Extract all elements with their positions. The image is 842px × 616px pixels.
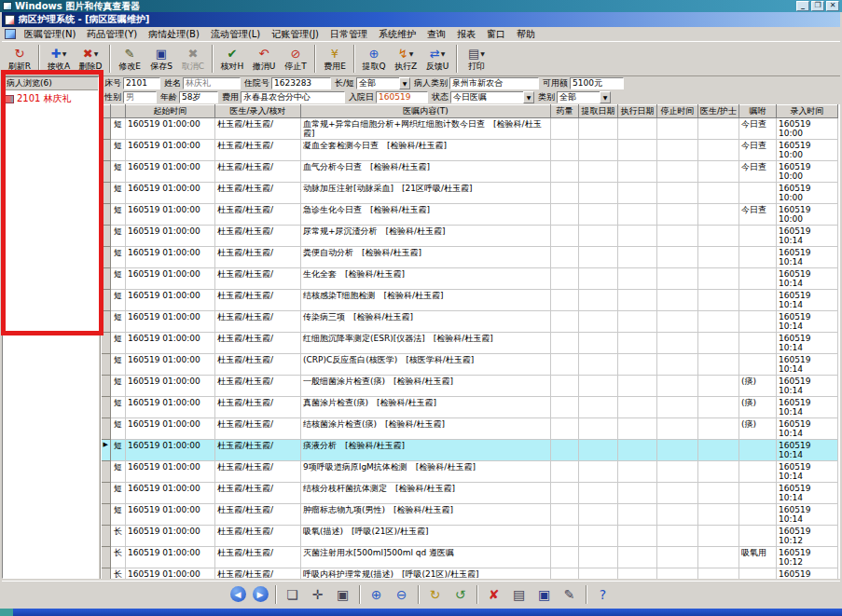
- column-header[interactable]: [102, 105, 111, 118]
- menu-item-2[interactable]: 病情处理(B): [143, 28, 205, 40]
- menu-item-7[interactable]: 查询: [421, 28, 451, 40]
- restore-button[interactable]: ❐: [811, 1, 824, 11]
- rotate-counterclockwise-button[interactable]: ↺: [451, 585, 470, 604]
- menu-item-10[interactable]: 帮助: [511, 28, 541, 40]
- order-row[interactable]: 短160519 01:00:00杜玉霞/杜玉霞/一般细菌涂片检查(痰) [检验科…: [102, 376, 838, 397]
- modify-button[interactable]: ✎修改E: [114, 43, 145, 75]
- menu-item-0[interactable]: 医嘱管理(N): [19, 28, 81, 40]
- chevron-down-icon[interactable]: ▼: [523, 91, 534, 103]
- column-header[interactable]: 录入时间: [777, 105, 838, 118]
- order-row[interactable]: 短160519 01:00:00杜玉霞/杜玉霞/9项呼吸道病原IgM抗体检测 […: [102, 461, 838, 483]
- field-value[interactable]: 1623283: [271, 77, 331, 89]
- field-combo[interactable]: 全部▼: [557, 91, 611, 103]
- delete-button[interactable]: ✖▼删除D: [75, 43, 106, 75]
- actual-size-button[interactable]: ✛: [309, 585, 327, 604]
- slideshow-button[interactable]: ▣: [334, 585, 352, 604]
- order-row[interactable]: 短160519 01:00:00杜玉霞/杜玉霞/(CRP)C反应蛋白(核医学) …: [102, 354, 838, 376]
- order-row[interactable]: 短160519 01:00:00杜玉霞/杜玉霞/生化全套 [检验科/杜玉霞]16…: [102, 268, 838, 290]
- zoom-out-button[interactable]: ⊖: [393, 585, 411, 604]
- order-row[interactable]: 短160519 01:00:00杜玉霞/杜玉霞/真菌涂片检查(痰) [检验科/杜…: [102, 397, 838, 418]
- column-header[interactable]: 嘱咐: [739, 105, 777, 118]
- taskbar[interactable]: [0, 609, 842, 616]
- column-header[interactable]: 医生/护士: [698, 105, 739, 118]
- fee-button[interactable]: ¥费用E: [319, 43, 351, 75]
- dropdown-icon[interactable]: ▼: [409, 50, 414, 57]
- receive-button[interactable]: ✚▼接收A: [43, 43, 75, 75]
- column-header[interactable]: 提取日期: [579, 105, 618, 118]
- dropdown-icon[interactable]: ▼: [480, 50, 485, 57]
- order-row[interactable]: 短160519 01:00:00杜玉霞/杜玉霞/尿常规+尿沉渣分析 [检验科/杜…: [102, 226, 838, 247]
- menu-item-1[interactable]: 药品管理(Y): [81, 28, 143, 40]
- delete-button[interactable]: ✘: [485, 585, 504, 604]
- undo-button[interactable]: ↶撤消U: [248, 43, 280, 75]
- menu-item-4[interactable]: 记账管理(J): [266, 28, 324, 40]
- field-value[interactable]: 林庆礼: [183, 77, 241, 89]
- field-combo[interactable]: 今日医嘱▼: [450, 91, 534, 103]
- field-value[interactable]: 58岁: [179, 91, 218, 103]
- refresh-button[interactable]: ↻刷新R: [4, 43, 35, 75]
- column-header[interactable]: 起始时间: [126, 105, 215, 118]
- field-value[interactable]: 男: [123, 91, 157, 103]
- edit-button[interactable]: ✎: [560, 585, 579, 604]
- order-row[interactable]: 短160519 01:00:00杜玉霞/杜玉霞/结核分枝杆菌抗体测定 [检验科/…: [102, 483, 838, 504]
- field-value[interactable]: 永春县农合分中心: [241, 91, 345, 103]
- order-row[interactable]: 短160519 01:00:00杜玉霞/杜玉霞/粪便自动分析 [检验科/杜玉霞]…: [102, 247, 838, 268]
- dropdown-icon[interactable]: ▼: [62, 50, 67, 57]
- column-header[interactable]: 执行日期: [618, 105, 657, 118]
- patient-list-item[interactable]: 2101 林庆礼: [3, 90, 98, 107]
- previous-image-button[interactable]: ◀: [230, 586, 246, 602]
- close-button[interactable]: ✕: [826, 1, 839, 11]
- order-row[interactable]: 短160519 01:00:00杜玉霞/杜玉霞/凝血全套检测今日查 [检验科/杜…: [102, 140, 838, 161]
- order-row[interactable]: 长160519 01:00:00杜玉霞/杜玉霞/呼吸内科护理常规(描述) [呼吸…: [102, 568, 838, 580]
- order-row[interactable]: 长160519 01:00:00杜玉霞/杜玉霞/灭菌注射用水[500ml]500…: [102, 547, 838, 568]
- order-row[interactable]: 短160519 01:00:00杜玉霞/杜玉霞/动脉加压注射[动脉采血] [21…: [102, 183, 838, 204]
- field-value[interactable]: 160519: [376, 91, 428, 103]
- order-row[interactable]: 短160519 01:00:00杜玉霞/杜玉霞/血常规+异常白细胞分析+网织红细…: [102, 118, 838, 140]
- field-value[interactable]: 5100元: [570, 77, 624, 89]
- column-header[interactable]: 停止时间: [657, 105, 698, 118]
- menu-item-9[interactable]: 窗口: [481, 28, 511, 40]
- order-row[interactable]: 短160519 01:00:00杜玉霞/杜玉霞/结核感染T细胞检测 [检验科/杜…: [102, 290, 838, 311]
- menu-item-3[interactable]: 流动管理(L): [205, 28, 266, 40]
- execute-button[interactable]: ↯▼执行Z: [390, 43, 421, 75]
- column-header[interactable]: [111, 105, 126, 118]
- order-row[interactable]: 短160519 01:00:00杜玉霞/杜玉霞/结核菌涂片检查(痰) [检验科/…: [102, 418, 838, 440]
- column-header[interactable]: 药量: [551, 105, 579, 118]
- verify-icon: ✔: [228, 48, 238, 61]
- field-value[interactable]: 泉州市新农合: [449, 77, 539, 89]
- next-image-button[interactable]: ▶: [253, 586, 269, 602]
- print-button[interactable]: ▤: [510, 585, 529, 604]
- chevron-down-icon[interactable]: ▼: [399, 77, 410, 89]
- cancel-button[interactable]: ✖取消C: [177, 43, 209, 75]
- rotate-clockwise-button[interactable]: ↻: [426, 585, 445, 604]
- menu-item-6[interactable]: 系统维护: [373, 28, 421, 40]
- zoom-in-button[interactable]: ⊕: [367, 585, 386, 604]
- field-combo[interactable]: 全部▼: [356, 77, 410, 89]
- best-fit-button[interactable]: ❏: [283, 585, 302, 604]
- order-row[interactable]: 短160519 01:00:00杜玉霞/杜玉霞/红细胞沉降率测定(ESR)[仪器…: [102, 333, 838, 354]
- menu-item-8[interactable]: 报表: [451, 28, 481, 40]
- minimize-button[interactable]: _: [796, 1, 809, 11]
- chevron-down-icon[interactable]: ▼: [600, 91, 611, 103]
- order-row[interactable]: 短160519 01:00:00杜玉霞/杜玉霞/血气分析今日查 [检验科/杜玉霞…: [102, 161, 838, 183]
- order-row[interactable]: 短160519 01:00:00杜玉霞/杜玉霞/肿瘤标志物九项(男性) [检验科…: [102, 504, 838, 526]
- extract-button[interactable]: ⊕提取Q: [358, 43, 390, 75]
- menu-item-5[interactable]: 日常管理: [324, 28, 373, 40]
- print-button[interactable]: ▤▼打印: [461, 43, 492, 75]
- column-header[interactable]: 医生/录入/核对: [215, 105, 301, 118]
- stop-button[interactable]: ⊘停止T: [280, 43, 311, 75]
- order-row[interactable]: ▶短160519 01:00:00杜玉霞/杜玉霞/痰液分析 [检验科/杜玉霞]1…: [102, 440, 838, 461]
- verify-button[interactable]: ✔核对H: [216, 43, 248, 75]
- copy-to-button[interactable]: ▣: [535, 585, 554, 604]
- dropdown-icon[interactable]: ▼: [441, 50, 446, 57]
- order-row[interactable]: 短160519 01:00:00杜玉霞/杜玉霞/急诊生化今日查 [检验科/杜玉霞…: [102, 204, 838, 226]
- help-button[interactable]: ?: [594, 585, 613, 604]
- field-value[interactable]: 2101: [123, 77, 160, 89]
- dropdown-icon[interactable]: ▼: [94, 50, 99, 57]
- order-row[interactable]: 短160519 01:00:00杜玉霞/杜玉霞/传染病三项 [检验科/杜玉霞]1…: [102, 311, 838, 333]
- order-row[interactable]: 长160519 01:00:00杜玉霞/杜玉霞/吸氧(描述) [呼吸(21区)/…: [102, 526, 838, 547]
- patient-browser-header: 病人浏览(6): [3, 77, 98, 90]
- save-button[interactable]: ▣保存S: [145, 43, 177, 75]
- feedback-button[interactable]: ⇄▼反馈U: [421, 43, 453, 75]
- column-header[interactable]: 医嘱内容(T): [301, 105, 551, 118]
